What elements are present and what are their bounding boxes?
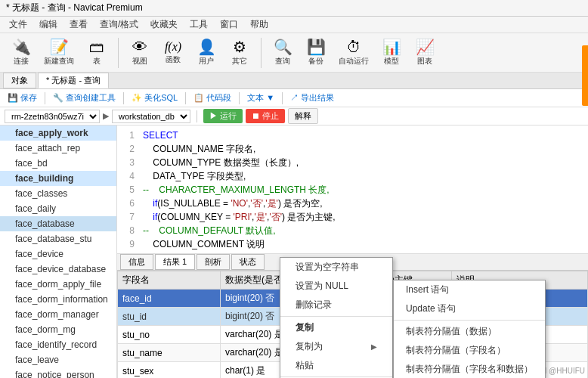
ctx-copy-as[interactable]: 复制为 ▶ bbox=[280, 337, 392, 356]
sidebar-item-face_dorm_information[interactable]: face_dorm_information bbox=[0, 292, 116, 307]
sidebar-item-face_classes[interactable]: face_classes bbox=[0, 186, 116, 201]
conn-sep-1 bbox=[197, 110, 197, 122]
connection-select[interactable]: rm-2zetn83n05wz7i bbox=[5, 110, 100, 123]
ctx-sep-2 bbox=[280, 376, 392, 377]
sub-insert-stmt[interactable]: Insert 语句 bbox=[394, 280, 545, 299]
menu-view[interactable]: 查看 bbox=[63, 17, 94, 33]
new-query-button[interactable]: 📝 新建查询 bbox=[39, 36, 79, 70]
sidebar-item-face_attach_rep[interactable]: face_attach_rep bbox=[0, 141, 116, 156]
sidebar-item-face_apply_work[interactable]: face_apply_work bbox=[0, 125, 116, 141]
menu-favorites[interactable]: 收藏夹 bbox=[144, 17, 184, 33]
run-button[interactable]: ▶ 运行 bbox=[203, 109, 243, 123]
orange-indicator bbox=[582, 45, 588, 106]
title-bar: * 无标题 - 查询 - Navicat Premium bbox=[0, 0, 588, 17]
arrow-icon: ▶ bbox=[103, 111, 109, 121]
toolbar: 🔌 连接 📝 新建查询 🗃 表 👁 视图 f(x) 函数 👤 用户 ⚙ 其它 🔍… bbox=[0, 33, 588, 73]
menu-help[interactable]: 帮助 bbox=[244, 17, 274, 33]
backup-button[interactable]: 💾 备份 bbox=[301, 36, 331, 70]
sidebar-item-face_database_stu[interactable]: face_database_stu bbox=[0, 231, 116, 246]
text-button[interactable]: 文本 ▼ bbox=[244, 91, 277, 104]
result-tab-result[interactable]: 结果 1 bbox=[155, 254, 195, 270]
user-button[interactable]: 👤 用户 bbox=[191, 36, 221, 70]
sidebar-item-face_daily[interactable]: face_daily bbox=[0, 201, 116, 216]
menu-query-format[interactable]: 查询/格式 bbox=[94, 17, 144, 33]
sub-menu: Insert 语句 Update 语句 制表符分隔值（数据） 制表符分隔值（字段… bbox=[393, 280, 546, 378]
autorun-button[interactable]: ⏱ 自动运行 bbox=[334, 36, 373, 70]
ctx-delete-record[interactable]: 删除记录 bbox=[280, 296, 392, 314]
sub-tab-data[interactable]: 制表符分隔值（数据） bbox=[394, 322, 545, 341]
other-button[interactable]: ⚙ 其它 bbox=[224, 36, 255, 70]
result-tab-profile[interactable]: 剖析 bbox=[197, 254, 230, 270]
user-icon: 👤 bbox=[197, 39, 216, 54]
ctx-set-empty-string[interactable]: 设置为空字符串 bbox=[280, 258, 392, 277]
backup-icon: 💾 bbox=[307, 39, 326, 54]
table-cell: stu_name bbox=[118, 344, 221, 362]
sidebar-item-face_dorm_mg[interactable]: face_dorm_mg bbox=[0, 322, 116, 337]
result-tab-status[interactable]: 状态 bbox=[231, 254, 265, 270]
query-sep-3 bbox=[185, 92, 186, 104]
query-designer-button[interactable]: 🔧 查询创建工具 bbox=[50, 91, 119, 104]
menu-file[interactable]: 文件 bbox=[3, 17, 33, 33]
connect-button[interactable]: 🔌 连接 bbox=[6, 36, 36, 70]
autorun-icon: ⏱ bbox=[346, 39, 361, 54]
model-button[interactable]: 📊 模型 bbox=[376, 36, 407, 70]
title-text: * 无标题 - 查询 - Navicat Premium bbox=[6, 2, 143, 14]
database-select[interactable]: workstation_db bbox=[112, 110, 190, 123]
ctx-set-null[interactable]: 设置为 NULL bbox=[280, 277, 392, 296]
other-label: 其它 bbox=[232, 56, 247, 67]
save-button[interactable]: 💾 保存 bbox=[5, 91, 40, 104]
sidebar-item-face_building[interactable]: face_building bbox=[0, 171, 116, 186]
tab-query[interactable]: * 无标题 - 查询 bbox=[38, 73, 109, 88]
export-button[interactable]: ↗ 导出结果 bbox=[287, 91, 337, 104]
function-button[interactable]: f(x) 函数 bbox=[158, 38, 188, 68]
user-label: 用户 bbox=[199, 56, 214, 67]
ctx-copy[interactable]: 复制 bbox=[280, 318, 392, 337]
stop-button[interactable]: ⏹ 停止 bbox=[246, 109, 285, 123]
sidebar-item-face_device[interactable]: face_device bbox=[0, 246, 116, 262]
sub-update-stmt[interactable]: Update 语句 bbox=[394, 299, 545, 318]
table-cell: stu_no bbox=[118, 326, 221, 344]
query-label: 查询 bbox=[275, 56, 290, 67]
view-label: 视图 bbox=[132, 56, 147, 67]
menu-tools[interactable]: 工具 bbox=[184, 17, 214, 33]
sidebar: face_apply_workface_attach_repface_bdfac… bbox=[0, 125, 117, 378]
sidebar-item-face_notice_person[interactable]: face_notice_person bbox=[0, 367, 116, 378]
col-header: 字段名 bbox=[118, 271, 221, 290]
new-query-icon: 📝 bbox=[50, 39, 69, 54]
chart-button[interactable]: 📈 图表 bbox=[410, 36, 440, 70]
sidebar-item-face_bd[interactable]: face_bd bbox=[0, 156, 116, 171]
toolbar-sep-2 bbox=[261, 38, 262, 68]
function-icon: f(x) bbox=[165, 41, 181, 53]
new-query-label: 新建查询 bbox=[44, 56, 74, 67]
snippet-button[interactable]: 📋 代码段 bbox=[190, 91, 234, 104]
sub-tab-fields[interactable]: 制表符分隔值（字段名） bbox=[394, 341, 545, 360]
query-button[interactable]: 🔍 查询 bbox=[268, 36, 298, 70]
ctx-paste[interactable]: 粘贴 bbox=[280, 356, 392, 375]
sub-tab-fields-data[interactable]: 制表符分隔值（字段名和数据） bbox=[394, 360, 545, 378]
model-label: 模型 bbox=[384, 56, 399, 67]
tab-bar: 对象 * 无标题 - 查询 bbox=[0, 73, 588, 89]
connect-label: 连接 bbox=[14, 56, 29, 67]
tab-object[interactable]: 对象 bbox=[3, 73, 36, 88]
sidebar-item-face_dorm_manager[interactable]: face_dorm_manager bbox=[0, 307, 116, 322]
sql-editor[interactable]: 123456789SELECT COLUMN_NAME 字段名, COLUMN_… bbox=[117, 125, 588, 254]
result-tab-info[interactable]: 信息 bbox=[120, 254, 153, 270]
sidebar-item-face_dorm_apply_file[interactable]: face_dorm_apply_file bbox=[0, 277, 116, 292]
ctx-copy-as-arrow: ▶ bbox=[371, 342, 377, 351]
sidebar-item-face_identify_record[interactable]: face_identify_record bbox=[0, 337, 116, 352]
beautify-button[interactable]: ✨ 美化SQL bbox=[128, 91, 181, 104]
view-button[interactable]: 👁 视图 bbox=[125, 36, 155, 70]
table-button[interactable]: 🗃 表 bbox=[82, 36, 112, 70]
menu-window[interactable]: 窗口 bbox=[214, 17, 244, 33]
menu-edit[interactable]: 编辑 bbox=[33, 17, 63, 33]
query-sep-4 bbox=[239, 92, 240, 104]
sidebar-item-face_leave[interactable]: face_leave bbox=[0, 352, 116, 367]
sidebar-item-face_device_database[interactable]: face_device_database bbox=[0, 262, 116, 277]
table-cell: face_id bbox=[118, 290, 221, 308]
table-label: 表 bbox=[93, 56, 101, 67]
other-icon: ⚙ bbox=[233, 39, 246, 54]
function-label: 函数 bbox=[166, 54, 181, 65]
sidebar-item-face_database[interactable]: face_database bbox=[0, 216, 116, 231]
view-icon: 👁 bbox=[132, 39, 147, 54]
explain-button[interactable]: 解释 bbox=[288, 108, 318, 124]
